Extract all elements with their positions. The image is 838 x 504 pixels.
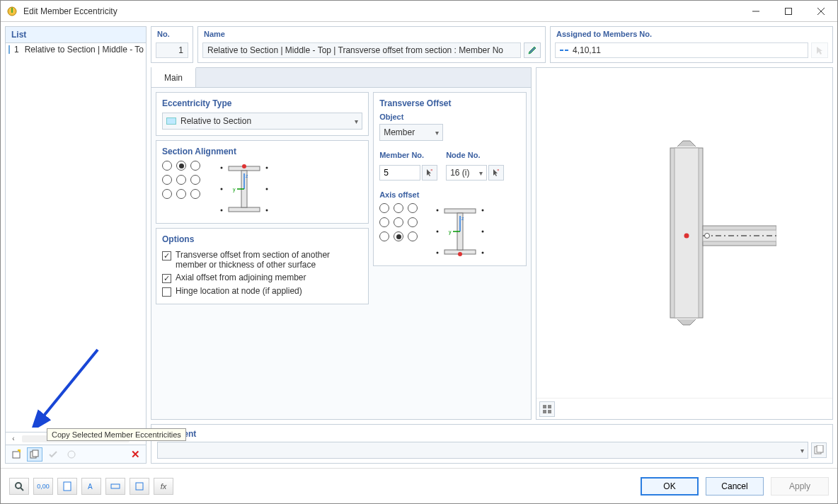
svg-rect-57 (817, 445, 823, 452)
section-alignment-panel: Section Alignment (156, 140, 369, 224)
svg-rect-7 (13, 452, 20, 458)
icon-button-2[interactable]: A (81, 478, 101, 495)
name-group: Name Relative to Section | Middle - Top … (197, 26, 546, 63)
align-mid-right[interactable] (190, 175, 200, 185)
svg-point-40 (458, 252, 462, 256)
icon-button-5[interactable]: fx (154, 478, 173, 495)
check-button (45, 447, 61, 462)
svg-point-15 (221, 188, 223, 190)
svg-point-30 (437, 210, 439, 212)
chevron-down-icon: ▾ (800, 447, 804, 454)
scroll-left-icon[interactable]: ‹ (8, 434, 19, 444)
align-top-right[interactable] (190, 161, 200, 171)
opt-hinge-label: Hinge location at node (if applied) (176, 286, 362, 296)
icon-button-3[interactable] (105, 478, 125, 495)
align-bot-right[interactable] (190, 189, 200, 199)
axis-top-right[interactable] (408, 203, 418, 213)
section-alignment-title: Section Alignment (162, 147, 362, 156)
cursor-icon: × (425, 168, 434, 177)
tab-main[interactable]: Main (151, 67, 196, 87)
list-body[interactable]: 1 Relative to Section | Middle - To (6, 43, 146, 432)
member-icon (560, 47, 568, 53)
member-no-input[interactable] (379, 165, 420, 181)
align-top-left[interactable] (162, 161, 172, 171)
svg-point-17 (221, 210, 223, 212)
options-title: Options (162, 234, 362, 244)
icon-button-1[interactable] (57, 478, 77, 495)
svg-text:y: y (449, 229, 452, 235)
minimize-button[interactable] (740, 1, 772, 22)
chevron-down-icon: ▾ (479, 169, 483, 177)
svg-rect-11 (560, 50, 563, 51)
align-bot-left[interactable] (162, 189, 172, 199)
axis-bot-center[interactable] (394, 231, 403, 241)
svg-text:×: × (497, 168, 500, 172)
new-button[interactable] (8, 447, 24, 462)
eccentricity-type-select[interactable]: Relative to Section ▾ (162, 113, 362, 130)
svg-line-6 (41, 350, 98, 419)
axis-bot-right[interactable] (408, 231, 418, 241)
svg-text:z: z (461, 216, 464, 221)
svg-point-23 (242, 164, 246, 168)
comment-select[interactable]: ▾ (157, 442, 808, 459)
assigned-input[interactable]: 4,10,11 (555, 42, 808, 58)
close-button[interactable] (805, 1, 837, 22)
delete-icon: ✕ (131, 448, 140, 461)
opt-transverse-checkbox[interactable] (162, 251, 171, 260)
align-mid-left[interactable] (162, 175, 172, 185)
cursor-icon: × (492, 168, 500, 177)
grid-icon (110, 481, 120, 491)
alignment-radio-grid (162, 161, 202, 202)
svg-rect-55 (548, 410, 551, 413)
align-bot-center[interactable] (176, 189, 186, 199)
cancel-button[interactable]: Cancel (706, 477, 764, 496)
align-top-center[interactable] (176, 161, 186, 171)
axis-mid-center[interactable] (394, 217, 403, 227)
object-select[interactable]: Member ▾ (379, 124, 443, 141)
svg-point-10 (68, 451, 75, 458)
list-item-number: 1 (14, 45, 19, 55)
no-value: 1 (156, 42, 188, 58)
ok-button[interactable]: OK (641, 477, 699, 496)
axis-mid-right[interactable] (408, 217, 418, 227)
align-mid-center[interactable] (176, 175, 186, 185)
edit-name-button[interactable] (524, 42, 541, 58)
comment-more-button[interactable] (811, 442, 827, 458)
axis-radio-grid (379, 203, 419, 244)
axis-mid-left[interactable] (379, 217, 389, 227)
opt-transverse-label: Transverse offset from section of anothe… (176, 250, 362, 270)
svg-rect-63 (136, 483, 143, 490)
preview-options-button[interactable] (539, 401, 555, 417)
no-group: No. 1 (151, 26, 193, 63)
name-label: Name (198, 27, 545, 40)
pick-members-button (811, 42, 828, 58)
svg-point-14 (266, 167, 268, 169)
transverse-offset-panel: Transverse Offset Object Member ▾ Member… (373, 92, 527, 266)
eccentricity-type-title: Eccentricity Type (162, 98, 362, 108)
icon-button-4[interactable] (130, 478, 149, 495)
list-item[interactable]: 1 Relative to Section | Middle - To (6, 43, 146, 56)
copy-button[interactable] (27, 447, 42, 462)
axis-top-left[interactable] (379, 203, 389, 213)
maximize-button[interactable] (772, 1, 805, 22)
units-button[interactable]: 0,00 (33, 478, 53, 495)
svg-point-58 (16, 483, 21, 488)
axis-top-center[interactable] (394, 203, 403, 213)
assigned-group: Assigned to Members No. 4,10,11 (550, 26, 833, 63)
preview-3d[interactable] (536, 68, 832, 398)
pick-member-button[interactable]: × (422, 165, 437, 181)
node-no-select[interactable]: 16 (i) ▾ (446, 165, 487, 181)
opt-hinge-checkbox[interactable] (162, 287, 171, 297)
comment-title: Comment (157, 429, 827, 439)
axis-bot-left[interactable] (379, 231, 389, 241)
svg-point-33 (482, 231, 484, 233)
svg-point-50 (705, 234, 710, 239)
help-button[interactable] (9, 478, 29, 495)
pick-node-button[interactable]: × (488, 165, 504, 181)
opt-axial-checkbox[interactable] (162, 274, 171, 283)
comment-panel: Comment ▾ (151, 424, 833, 464)
delete-button[interactable]: ✕ (127, 447, 143, 462)
svg-point-16 (266, 188, 268, 190)
svg-rect-60 (64, 482, 71, 491)
svg-point-13 (221, 167, 223, 169)
